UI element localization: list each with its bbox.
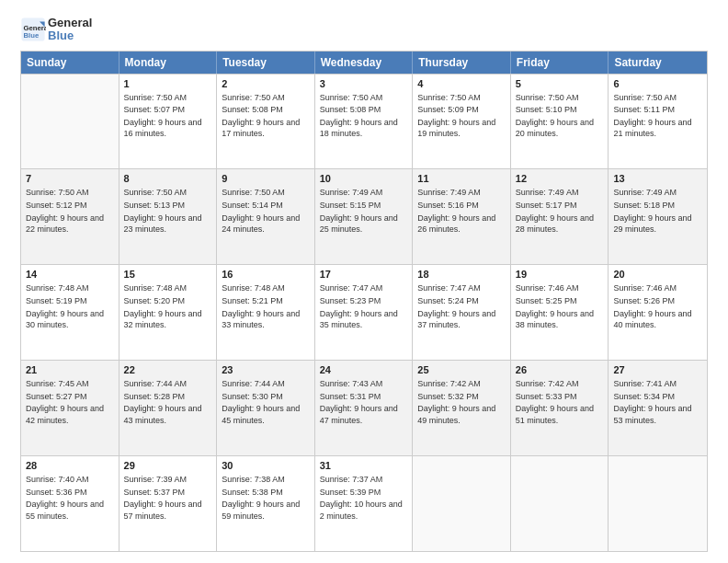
sunset-line: Sunset: 5:17 PM <box>516 200 604 212</box>
day-number: 29 <box>124 460 212 471</box>
sunset-line: Sunset: 5:24 PM <box>417 295 506 307</box>
sunset-line: Sunset: 5:32 PM <box>417 391 506 403</box>
daylight-line: Daylight: 9 hours and 17 minutes. <box>222 117 310 140</box>
weekday-header-saturday: Saturday <box>609 52 707 74</box>
day-cell-4: 4Sunrise: 7:50 AMSunset: 5:09 PMDaylight… <box>413 75 511 169</box>
svg-text:Blue: Blue <box>24 31 40 40</box>
daylight-line: Daylight: 9 hours and 59 minutes. <box>222 499 310 522</box>
sunset-line: Sunset: 5:36 PM <box>26 487 114 499</box>
sunset-line: Sunset: 5:26 PM <box>613 295 702 307</box>
sunset-line: Sunset: 5:10 PM <box>516 104 604 116</box>
daylight-line: Daylight: 9 hours and 45 minutes. <box>222 403 310 426</box>
day-number: 10 <box>320 173 408 184</box>
daylight-line: Daylight: 9 hours and 49 minutes. <box>417 403 506 426</box>
day-cell-6: 6Sunrise: 7:50 AMSunset: 5:11 PMDaylight… <box>609 75 707 169</box>
sunset-line: Sunset: 5:07 PM <box>124 104 212 116</box>
day-number: 26 <box>516 364 604 375</box>
sunset-line: Sunset: 5:33 PM <box>516 391 604 403</box>
sunrise-line: Sunrise: 7:50 AM <box>320 92 408 104</box>
sunrise-line: Sunrise: 7:43 AM <box>320 378 408 390</box>
day-number: 30 <box>222 460 310 471</box>
sunrise-line: Sunrise: 7:50 AM <box>222 92 310 104</box>
day-number: 6 <box>613 78 702 89</box>
day-cell-21: 21Sunrise: 7:45 AMSunset: 5:27 PMDayligh… <box>21 361 119 455</box>
day-cell-16: 16Sunrise: 7:48 AMSunset: 5:21 PMDayligh… <box>217 265 315 360</box>
logo-icon: General Blue <box>20 17 46 42</box>
day-cell-13: 13Sunrise: 7:49 AMSunset: 5:18 PMDayligh… <box>609 169 707 264</box>
daylight-line: Daylight: 9 hours and 43 minutes. <box>124 403 212 426</box>
sunset-line: Sunset: 5:21 PM <box>222 295 310 307</box>
day-cell-3: 3Sunrise: 7:50 AMSunset: 5:08 PMDaylight… <box>315 75 414 169</box>
day-number: 22 <box>124 364 212 375</box>
day-cell-7: 7Sunrise: 7:50 AMSunset: 5:12 PMDaylight… <box>21 169 119 264</box>
day-number: 28 <box>26 460 114 471</box>
sunset-line: Sunset: 5:28 PM <box>124 391 212 403</box>
sunset-line: Sunset: 5:16 PM <box>417 200 506 212</box>
daylight-line: Daylight: 9 hours and 16 minutes. <box>124 117 212 140</box>
daylight-line: Daylight: 9 hours and 55 minutes. <box>26 499 114 522</box>
day-cell-10: 10Sunrise: 7:49 AMSunset: 5:15 PMDayligh… <box>315 169 414 264</box>
calendar-row-0: 1Sunrise: 7:50 AMSunset: 5:07 PMDaylight… <box>21 74 707 169</box>
daylight-line: Daylight: 9 hours and 24 minutes. <box>222 213 310 236</box>
daylight-line: Daylight: 9 hours and 21 minutes. <box>613 117 702 140</box>
calendar-body: 1Sunrise: 7:50 AMSunset: 5:07 PMDaylight… <box>21 74 707 551</box>
sunrise-line: Sunrise: 7:49 AM <box>417 187 506 199</box>
daylight-line: Daylight: 9 hours and 20 minutes. <box>516 117 604 140</box>
sunrise-line: Sunrise: 7:49 AM <box>516 187 604 199</box>
sunrise-line: Sunrise: 7:40 AM <box>26 474 114 486</box>
sunrise-line: Sunrise: 7:37 AM <box>320 474 408 486</box>
daylight-line: Daylight: 9 hours and 35 minutes. <box>320 308 408 331</box>
day-number: 18 <box>417 269 506 280</box>
sunset-line: Sunset: 5:14 PM <box>222 200 310 212</box>
daylight-line: Daylight: 9 hours and 28 minutes. <box>516 213 604 236</box>
sunrise-line: Sunrise: 7:48 AM <box>26 282 114 294</box>
day-number: 3 <box>320 78 408 89</box>
day-cell-29: 29Sunrise: 7:39 AMSunset: 5:37 PMDayligh… <box>119 456 218 551</box>
sunrise-line: Sunrise: 7:42 AM <box>417 378 506 390</box>
day-number: 27 <box>613 364 702 375</box>
day-cell-20: 20Sunrise: 7:46 AMSunset: 5:26 PMDayligh… <box>609 265 707 360</box>
sunrise-line: Sunrise: 7:39 AM <box>124 474 212 486</box>
day-cell-8: 8Sunrise: 7:50 AMSunset: 5:13 PMDaylight… <box>119 169 218 264</box>
sunrise-line: Sunrise: 7:46 AM <box>613 282 702 294</box>
daylight-line: Daylight: 9 hours and 42 minutes. <box>26 403 114 426</box>
day-number: 14 <box>26 269 114 280</box>
daylight-line: Daylight: 9 hours and 32 minutes. <box>124 308 212 331</box>
daylight-line: Daylight: 9 hours and 29 minutes. <box>613 213 702 236</box>
sunrise-line: Sunrise: 7:46 AM <box>516 282 604 294</box>
day-number: 15 <box>124 269 212 280</box>
calendar: SundayMondayTuesdayWednesdayThursdayFrid… <box>20 51 708 552</box>
calendar-row-3: 21Sunrise: 7:45 AMSunset: 5:27 PMDayligh… <box>21 360 707 455</box>
daylight-line: Daylight: 9 hours and 40 minutes. <box>613 308 702 331</box>
sunset-line: Sunset: 5:27 PM <box>26 391 114 403</box>
daylight-line: Daylight: 9 hours and 38 minutes. <box>516 308 604 331</box>
sunset-line: Sunset: 5:37 PM <box>124 487 212 499</box>
sunset-line: Sunset: 5:25 PM <box>516 295 604 307</box>
day-cell-19: 19Sunrise: 7:46 AMSunset: 5:25 PMDayligh… <box>511 265 609 360</box>
day-cell-9: 9Sunrise: 7:50 AMSunset: 5:14 PMDaylight… <box>217 169 315 264</box>
sunrise-line: Sunrise: 7:48 AM <box>222 282 310 294</box>
sunset-line: Sunset: 5:12 PM <box>26 200 114 212</box>
day-cell-26: 26Sunrise: 7:42 AMSunset: 5:33 PMDayligh… <box>511 361 609 455</box>
daylight-line: Daylight: 9 hours and 19 minutes. <box>417 117 506 140</box>
sunset-line: Sunset: 5:11 PM <box>613 104 702 116</box>
sunset-line: Sunset: 5:13 PM <box>124 200 212 212</box>
day-cell-12: 12Sunrise: 7:49 AMSunset: 5:17 PMDayligh… <box>511 169 609 264</box>
logo: General Blue General Blue <box>20 17 92 43</box>
day-cell-30: 30Sunrise: 7:38 AMSunset: 5:38 PMDayligh… <box>217 456 315 551</box>
calendar-row-1: 7Sunrise: 7:50 AMSunset: 5:12 PMDaylight… <box>21 168 707 264</box>
sunrise-line: Sunrise: 7:50 AM <box>222 187 310 199</box>
sunrise-line: Sunrise: 7:44 AM <box>124 378 212 390</box>
day-cell-11: 11Sunrise: 7:49 AMSunset: 5:16 PMDayligh… <box>413 169 511 264</box>
sunset-line: Sunset: 5:38 PM <box>222 487 310 499</box>
day-cell-27: 27Sunrise: 7:41 AMSunset: 5:34 PMDayligh… <box>609 361 707 455</box>
empty-cell <box>511 456 609 551</box>
day-number: 9 <box>222 173 310 184</box>
daylight-line: Daylight: 9 hours and 37 minutes. <box>417 308 506 331</box>
day-cell-25: 25Sunrise: 7:42 AMSunset: 5:32 PMDayligh… <box>413 361 511 455</box>
sunrise-line: Sunrise: 7:44 AM <box>222 378 310 390</box>
day-cell-24: 24Sunrise: 7:43 AMSunset: 5:31 PMDayligh… <box>315 361 414 455</box>
daylight-line: Daylight: 9 hours and 30 minutes. <box>26 308 114 331</box>
day-number: 11 <box>417 173 506 184</box>
day-cell-15: 15Sunrise: 7:48 AMSunset: 5:20 PMDayligh… <box>119 265 218 360</box>
